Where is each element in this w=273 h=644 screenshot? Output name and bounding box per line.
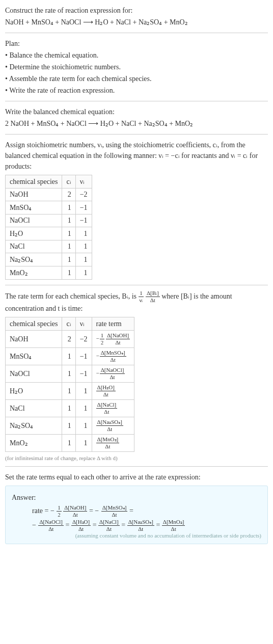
frac-den: Δt — [162, 525, 185, 532]
fraction: Δ[MnSO₄]Δt — [100, 350, 126, 363]
cell: 1 — [75, 227, 92, 240]
cell: 1 — [62, 383, 75, 400]
table-row: Na₂SO₄11Δ[Na₂SO₄]Δt — [6, 417, 134, 435]
cell: MnO₂ — [6, 266, 62, 280]
frac-den: 2 — [100, 339, 105, 345]
cell: 1 — [62, 201, 75, 214]
frac-den: Δt — [101, 511, 128, 518]
frac-den: Δt — [98, 525, 120, 532]
frac-num: Δ[Na₂SO₄] — [127, 519, 154, 525]
col-v: νᵢ — [75, 175, 92, 189]
cell-rate: Δ[Na₂SO₄]Δt — [92, 417, 134, 435]
table-row: MnSO₄1−1 — [6, 201, 92, 214]
table-row: NaCl11Δ[NaCl]Δt — [6, 400, 134, 417]
frac-num: Δ[NaCl] — [98, 519, 120, 525]
cell: MnO₂ — [6, 435, 62, 452]
equals: = — [129, 507, 133, 515]
prompt-title: Construct the rate of reaction expressio… — [5, 5, 268, 16]
plan-item: • Balance the chemical equation. — [5, 50, 268, 61]
frac-den: Δt — [146, 297, 160, 303]
col-species: chemical species — [6, 317, 62, 331]
cell: NaCl — [6, 400, 62, 417]
fraction: Δ[MnO₂]Δt — [162, 519, 185, 532]
cell-rate: Δ[NaCl]Δt — [92, 400, 134, 417]
cell: Na₂SO₄ — [6, 417, 62, 435]
table-row: MnO₂11Δ[MnO₂]Δt — [6, 435, 134, 452]
cell: 1 — [62, 348, 75, 365]
cell: 1 — [75, 240, 92, 253]
table-row: MnO₂11 — [6, 266, 92, 280]
fraction: Δ[NaOH]Δt — [63, 505, 87, 518]
frac-den: Δt — [106, 339, 130, 345]
frac-den: Δt — [127, 525, 154, 532]
cell: NaOCl — [6, 365, 62, 383]
rate-table-footnote: (for infinitesimal rate of change, repla… — [5, 455, 268, 461]
table-row: H₂O11Δ[H₂O]Δt — [6, 383, 134, 400]
minus: − — [96, 335, 99, 341]
cell: 1 — [62, 400, 75, 417]
fraction: Δ[MnSO₄]Δt — [101, 505, 128, 518]
divider — [5, 466, 268, 467]
cell: MnSO₄ — [6, 201, 62, 214]
stoich-text: Assign stoichiometric numbers, νᵢ, using… — [5, 140, 268, 172]
col-c: cᵢ — [62, 175, 75, 189]
cell: −2 — [75, 331, 92, 348]
frac-den: Δt — [38, 525, 64, 532]
unbalanced-equation: NaOH + MnSO₄ + NaOCl ⟶ H₂O + NaCl + Na₂S… — [5, 17, 268, 28]
table-row: Na₂SO₄11 — [6, 253, 92, 266]
plan-item: • Write the rate of reaction expression. — [5, 85, 268, 96]
cell: MnSO₄ — [6, 348, 62, 365]
cell: 1 — [75, 417, 92, 435]
cell: 1 — [62, 266, 75, 280]
frac-den: Δt — [63, 511, 87, 518]
final-intro: Set the rate terms equal to each other t… — [5, 472, 268, 482]
frac-num: Δ[H₂O] — [96, 385, 116, 391]
balanced-title: Write the balanced chemical equation: — [5, 106, 268, 117]
cell: 1 — [75, 400, 92, 417]
cell: 1 — [62, 435, 75, 452]
cell: Na₂SO₄ — [6, 253, 62, 266]
stoich-table: chemical species cᵢ νᵢ NaOH2−2 MnSO₄1−1 … — [5, 175, 92, 280]
frac-den: Δt — [96, 443, 120, 449]
frac-den: Δt — [100, 356, 126, 363]
frac-den: νᵢ — [139, 297, 144, 303]
plan-item: • Assemble the rate term for each chemic… — [5, 73, 268, 84]
table-row: NaOH2−2−12 Δ[NaOH]Δt — [6, 331, 134, 348]
answer-label: Answer: — [12, 492, 261, 503]
cell: 1 — [75, 383, 92, 400]
table-header-row: chemical species cᵢ νᵢ rate term — [6, 317, 134, 331]
table-row: H₂O11 — [6, 227, 92, 240]
fraction: 1 νᵢ — [139, 290, 144, 303]
cell: −1 — [75, 348, 92, 365]
frac-num: 1 — [100, 333, 105, 339]
fraction: Δ[Bᵢ] Δt — [146, 290, 160, 303]
frac-num: Δ[MnSO₄] — [101, 505, 128, 511]
answer-footnote: (assuming constant volume and no accumul… — [12, 532, 261, 539]
frac-den: Δt — [96, 391, 116, 397]
rate-intro: The rate term for each chemical species,… — [5, 290, 268, 314]
divider — [5, 134, 268, 135]
col-rate: rate term — [92, 317, 134, 331]
cell: 1 — [75, 266, 92, 280]
table-row: NaOCl1−1−Δ[NaOCl]Δt — [6, 365, 134, 383]
cell: NaOH — [6, 189, 62, 201]
cell-rate: Δ[MnO₂]Δt — [92, 435, 134, 452]
fraction: Δ[Na₂SO₄]Δt — [96, 419, 123, 432]
answer-box: Answer: rate = − 12 Δ[NaOH]Δt = − Δ[MnSO… — [5, 486, 268, 544]
fraction: Δ[NaCl]Δt — [96, 402, 118, 415]
frac-den: Δt — [96, 408, 118, 415]
cell: 1 — [75, 253, 92, 266]
divider — [5, 33, 268, 33]
cell: −1 — [75, 365, 92, 383]
frac-num: Δ[Bᵢ] — [146, 290, 160, 297]
fraction: Δ[NaOCl]Δt — [38, 519, 64, 532]
cell: 1 — [62, 227, 75, 240]
cell: 2 — [62, 189, 75, 201]
fraction: 12 — [100, 333, 105, 345]
frac-num: 1 — [139, 290, 144, 297]
frac-den: 2 — [57, 511, 62, 518]
fraction: Δ[NaOCl]Δt — [100, 367, 125, 380]
equals: = — [156, 521, 161, 529]
frac-num: Δ[MnSO₄] — [100, 350, 126, 356]
minus: − — [96, 370, 99, 376]
